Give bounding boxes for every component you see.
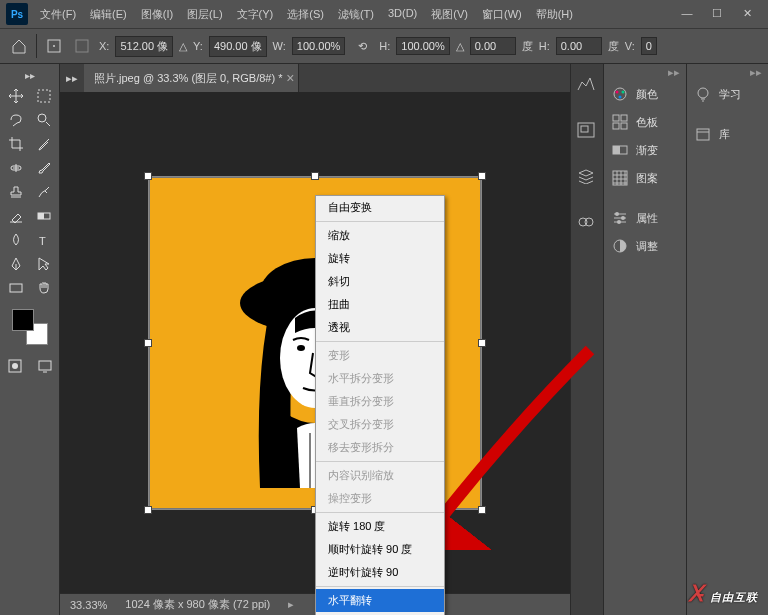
svg-rect-7 <box>38 213 44 219</box>
panel-library[interactable]: 库 <box>687 120 769 148</box>
pen-tool[interactable] <box>3 253 29 275</box>
menu-view[interactable]: 视图(V) <box>425 3 474 26</box>
panel-learn[interactable]: 学习 <box>687 80 769 108</box>
hand-tool[interactable] <box>31 277 57 299</box>
skew-v-field[interactable]: 0 <box>641 37 657 55</box>
handle-tl[interactable] <box>144 172 152 180</box>
swatch-foreground[interactable] <box>12 309 34 331</box>
histogram-icon[interactable] <box>577 76 597 94</box>
panel-gradient[interactable]: 渐变 <box>604 136 686 164</box>
eraser-tool[interactable] <box>3 205 29 227</box>
h-label: H: <box>379 40 390 52</box>
skew-deg-label: 度 <box>608 39 619 54</box>
move-tool[interactable] <box>3 85 29 107</box>
link-icon[interactable]: ⟲ <box>351 35 373 57</box>
menu-select[interactable]: 选择(S) <box>281 3 330 26</box>
svg-rect-28 <box>613 123 619 129</box>
cm-rotate-180[interactable]: 旋转 180 度 <box>316 515 444 538</box>
handle-l[interactable] <box>144 339 152 347</box>
healing-tool[interactable] <box>3 157 29 179</box>
transform-ref-icon[interactable] <box>43 35 65 57</box>
toolbox-collapse-icon[interactable]: ▸▸ <box>23 68 37 83</box>
cm-flip-horizontal[interactable]: 水平翻转 <box>316 589 444 612</box>
quick-mask-tool[interactable] <box>2 355 28 377</box>
document-tab[interactable]: 照片.jpeg @ 33.3% (图层 0, RGB/8#) * × <box>84 64 299 92</box>
cm-skew[interactable]: 斜切 <box>316 270 444 293</box>
x-field[interactable]: 512.00 像 <box>115 36 173 57</box>
h-field[interactable]: 100.00% <box>396 37 449 55</box>
gradient-tool[interactable] <box>31 205 57 227</box>
eyedropper-tool[interactable] <box>31 133 57 155</box>
cm-scale[interactable]: 缩放 <box>316 224 444 247</box>
skew-h-field[interactable]: 0.00 <box>556 37 602 55</box>
panel-adjustments[interactable]: 调整 <box>604 232 686 260</box>
close-button[interactable]: ✕ <box>738 7 756 21</box>
handle-tr[interactable] <box>478 172 486 180</box>
w-field[interactable]: 100.00% <box>292 37 345 55</box>
status-zoom[interactable]: 33.33% <box>70 599 107 611</box>
panel-properties[interactable]: 属性 <box>604 204 686 232</box>
history-brush-tool[interactable] <box>31 181 57 203</box>
checkbox-icon[interactable] <box>71 35 93 57</box>
menu-3d[interactable]: 3D(D) <box>382 3 423 26</box>
panel-swatches[interactable]: 色板 <box>604 108 686 136</box>
stamp-tool[interactable] <box>3 181 29 203</box>
menu-filter[interactable]: 滤镜(T) <box>332 3 380 26</box>
tab-expand-icon[interactable]: ▸▸ <box>60 72 84 85</box>
menu-window[interactable]: 窗口(W) <box>476 3 528 26</box>
panel-label: 渐变 <box>636 143 658 158</box>
pattern-icon <box>612 170 628 186</box>
minimize-button[interactable]: — <box>678 7 696 21</box>
cm-perspective[interactable]: 透视 <box>316 316 444 339</box>
color-swatches[interactable] <box>12 309 48 345</box>
menu-help[interactable]: 帮助(H) <box>530 3 579 26</box>
menu-type[interactable]: 文字(Y) <box>231 3 280 26</box>
menu-file[interactable]: 文件(F) <box>34 3 82 26</box>
menu-separator <box>316 586 444 587</box>
cm-rotate-ccw-90[interactable]: 逆时针旋转 90 <box>316 561 444 584</box>
cm-warp: 变形 <box>316 344 444 367</box>
menu-separator <box>316 512 444 513</box>
svg-rect-12 <box>39 361 51 370</box>
menu-edit[interactable]: 编辑(E) <box>84 3 133 26</box>
y-field[interactable]: 490.00 像 <box>209 36 267 57</box>
triangle-icon[interactable]: △ <box>179 40 187 53</box>
quickselect-tool[interactable] <box>31 109 57 131</box>
svg-rect-31 <box>613 146 620 154</box>
lasso-tool[interactable] <box>3 109 29 131</box>
cm-free-transform[interactable]: 自由变换 <box>316 196 444 219</box>
watermark-x-icon: X̵ <box>688 581 704 606</box>
cm-distort[interactable]: 扭曲 <box>316 293 444 316</box>
marquee-tool[interactable] <box>31 85 57 107</box>
status-arrow-icon[interactable]: ▸ <box>288 598 294 611</box>
menu-layer[interactable]: 图层(L) <box>181 3 228 26</box>
channels-icon[interactable] <box>577 214 597 232</box>
menu-separator <box>316 341 444 342</box>
blur-tool[interactable] <box>3 229 29 251</box>
cm-rotate[interactable]: 旋转 <box>316 247 444 270</box>
handle-t[interactable] <box>311 172 319 180</box>
handle-r[interactable] <box>478 339 486 347</box>
type-tool[interactable]: T <box>31 229 57 251</box>
context-menu[interactable]: 自由变换 缩放 旋转 斜切 扭曲 透视 变形 水平拆分变形 垂直拆分变形 交叉拆… <box>315 195 445 615</box>
panel-pattern[interactable]: 图案 <box>604 164 686 192</box>
menu-image[interactable]: 图像(I) <box>135 3 179 26</box>
angle-field[interactable]: 0.00 <box>470 37 516 55</box>
layers-icon[interactable] <box>577 168 597 186</box>
brush-tool[interactable] <box>31 157 57 179</box>
panel-color[interactable]: 颜色 <box>604 80 686 108</box>
path-select-tool[interactable] <box>31 253 57 275</box>
panel-collapse-icon[interactable]: ▸▸ <box>604 64 686 80</box>
screen-mode-tool[interactable] <box>32 355 58 377</box>
tab-close-icon[interactable]: × <box>286 70 294 86</box>
handle-br[interactable] <box>478 506 486 514</box>
crop-tool[interactable] <box>3 133 29 155</box>
panel-collapse-icon[interactable]: ▸▸ <box>687 64 769 80</box>
navigator-icon[interactable] <box>577 122 597 140</box>
maximize-button[interactable]: ☐ <box>708 7 726 21</box>
home-icon[interactable] <box>8 35 30 57</box>
rectangle-tool[interactable] <box>3 277 29 299</box>
cm-rotate-cw-90[interactable]: 顺时针旋转 90 度 <box>316 538 444 561</box>
handle-bl[interactable] <box>144 506 152 514</box>
svg-point-1 <box>53 45 55 47</box>
